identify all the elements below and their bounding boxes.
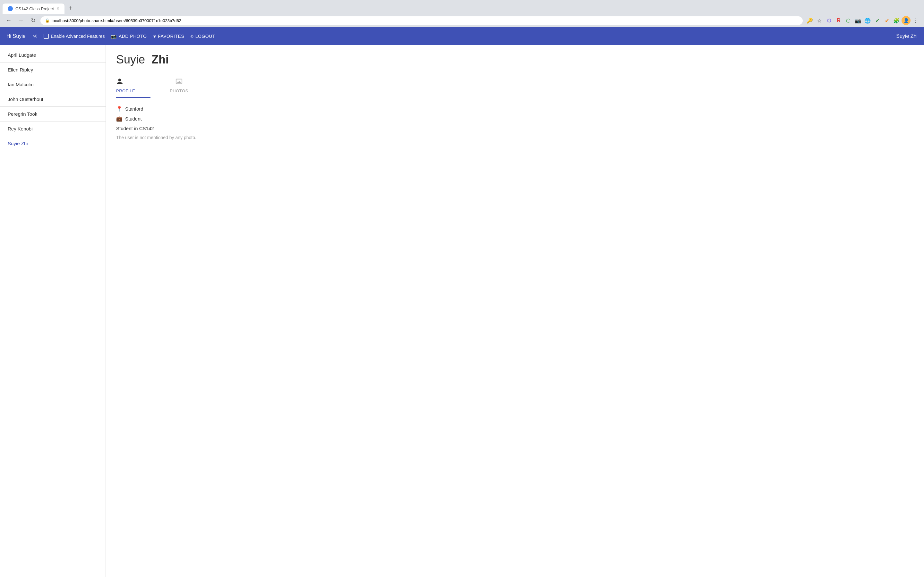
tab-favicon xyxy=(8,6,13,11)
menu-icon[interactable]: ⋮ xyxy=(911,16,920,25)
profile-avatar-icon[interactable]: 👤 xyxy=(901,16,911,25)
sidebar-item-ellen-ripley[interactable]: Ellen Ripley xyxy=(0,63,105,77)
address-bar[interactable]: 🔒 xyxy=(40,16,803,25)
translate-icon[interactable]: 🌐 xyxy=(863,16,872,25)
camera-nav-icon: 📷 xyxy=(111,34,117,39)
user-name-heading: Suyie Zhi xyxy=(116,53,914,66)
location-value: Stanford xyxy=(125,106,144,111)
browser-toolbar-icons: 🔑 ☆ ⬡ R ⬡ 📷 🌐 ✔ ✔ 🧩 👤 ⋮ xyxy=(805,16,920,25)
extensions-icon[interactable]: 🧩 xyxy=(892,16,901,25)
logout-icon: ⎋ xyxy=(191,34,194,39)
navbar-version: v0 xyxy=(33,34,37,39)
avatar: 👤 xyxy=(901,16,911,25)
extension-icon-1[interactable]: ⬡ xyxy=(825,16,834,25)
profile-tabs: PROFILE PHOTOS xyxy=(116,74,914,98)
photos-tab-icon xyxy=(176,78,183,87)
sidebar-item-april-ludgate[interactable]: April Ludgate xyxy=(0,48,105,63)
occupation-info: 💼 Student xyxy=(116,116,914,122)
svg-point-0 xyxy=(8,7,12,11)
sidebar: April Ludgate Ellen Ripley Ian Malcolm J… xyxy=(0,45,106,577)
profile-tab-icon xyxy=(116,78,123,87)
main-content: Suyie Zhi PROFILE PHOTOS 📍 Stanford xyxy=(106,45,924,577)
enable-features-checkbox[interactable] xyxy=(44,34,49,39)
tab-close-button[interactable]: × xyxy=(57,6,59,11)
tab-profile[interactable]: PROFILE xyxy=(116,74,150,98)
tab-bar: CS142 Class Project × + xyxy=(0,0,924,14)
address-bar-row: ← → ↻ 🔒 🔑 ☆ ⬡ R ⬡ 📷 🌐 ✔ ✔ 🧩 👤 ⋮ xyxy=(0,14,924,27)
browser-chrome: CS142 Class Project × + ← → ↻ 🔒 🔑 ☆ ⬡ R … xyxy=(0,0,924,27)
add-photo-button[interactable]: 📷 ADD PHOTO xyxy=(111,34,147,39)
tab-title: CS142 Class Project xyxy=(15,6,54,11)
back-button[interactable]: ← xyxy=(4,16,13,25)
user-last-name: Zhi xyxy=(152,53,169,66)
active-tab[interactable]: CS142 Class Project × xyxy=(3,3,65,14)
check-icon-1[interactable]: ✔ xyxy=(873,16,882,25)
lock-icon: 🔒 xyxy=(45,18,50,23)
app-navbar: Hi Suyie v0 Enable Advanced Features 📷 A… xyxy=(0,27,924,45)
location-pin-icon: 📍 xyxy=(116,106,123,112)
camera-icon[interactable]: 📷 xyxy=(853,16,863,25)
navbar-greeting: Hi Suyie xyxy=(6,33,26,39)
occupation-value: Student xyxy=(125,116,142,121)
sidebar-item-rey-kenobi[interactable]: Rey Kenobi xyxy=(0,121,105,136)
favorites-button[interactable]: ♥ FAVORITES xyxy=(153,34,184,39)
new-tab-button[interactable]: + xyxy=(65,3,76,14)
heart-icon: ♥ xyxy=(153,34,156,39)
location-info: 📍 Stanford xyxy=(116,106,914,112)
profile-mention-text: The user is not mentioned by any photo. xyxy=(116,135,914,140)
briefcase-icon: 💼 xyxy=(116,116,123,122)
enable-features-label[interactable]: Enable Advanced Features xyxy=(44,34,105,39)
reload-button[interactable]: ↻ xyxy=(28,16,38,25)
extension-icon-2[interactable]: R xyxy=(834,16,843,25)
navbar-username: Suyie Zhi xyxy=(896,33,918,39)
sidebar-item-ian-malcolm[interactable]: Ian Malcolm xyxy=(0,77,105,92)
logout-button[interactable]: ⎋ LOGOUT xyxy=(191,34,215,39)
check-icon-2[interactable]: ✔ xyxy=(882,16,891,25)
key-icon[interactable]: 🔑 xyxy=(805,16,814,25)
tab-photos-label: PHOTOS xyxy=(170,89,188,93)
extension-icon-3[interactable]: ⬡ xyxy=(844,16,853,25)
url-input[interactable] xyxy=(52,18,798,23)
profile-description: Student in CS142 xyxy=(116,126,914,131)
sidebar-item-john-ousterhout[interactable]: John Ousterhout xyxy=(0,92,105,107)
sidebar-item-suyie-zhi[interactable]: Suyie Zhi xyxy=(0,136,105,151)
bookmark-icon[interactable]: ☆ xyxy=(815,16,824,25)
tab-profile-label: PROFILE xyxy=(116,89,135,93)
tab-photos[interactable]: PHOTOS xyxy=(150,74,204,98)
user-first-name: Suyie xyxy=(116,53,145,66)
forward-button[interactable]: → xyxy=(16,16,26,25)
sidebar-item-peregrin-took[interactable]: Peregrin Took xyxy=(0,107,105,121)
app-body: April Ludgate Ellen Ripley Ian Malcolm J… xyxy=(0,45,924,577)
